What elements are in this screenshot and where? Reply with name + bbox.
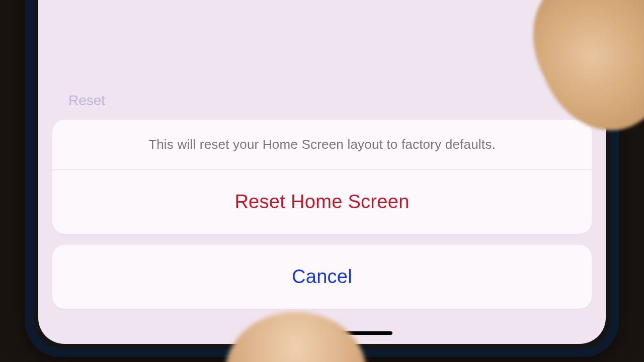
phone-frame: Reset This will reset your Home Screen l…	[25, 0, 619, 357]
cancel-button[interactable]: Cancel	[52, 245, 592, 309]
action-sheet-cancel-group: Cancel	[52, 245, 592, 309]
action-sheet: This will reset your Home Screen layout …	[52, 120, 592, 309]
background-menu-text: Reset	[68, 93, 105, 109]
action-sheet-message: This will reset your Home Screen layout …	[52, 120, 592, 170]
phone-screen: Reset This will reset your Home Screen l…	[38, 0, 606, 344]
phone-bezel: Reset This will reset your Home Screen l…	[33, 0, 611, 349]
reset-home-screen-button[interactable]: Reset Home Screen	[52, 170, 592, 234]
action-sheet-main-group: This will reset your Home Screen layout …	[52, 120, 592, 234]
